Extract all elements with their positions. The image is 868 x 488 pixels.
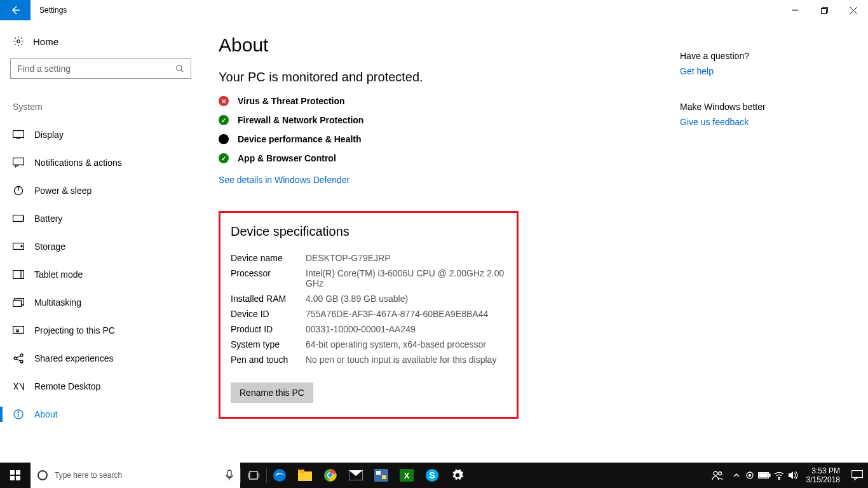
share-icon bbox=[13, 353, 24, 364]
sidebar-item-tablet[interactable]: Tablet mode bbox=[10, 261, 187, 288]
sidebar-item-shared[interactable]: Shared experiences bbox=[10, 344, 187, 372]
taskbar-edge[interactable] bbox=[267, 463, 292, 488]
nav-label: Projecting to this PC bbox=[34, 325, 115, 336]
mic-icon bbox=[225, 470, 234, 481]
svg-rect-39 bbox=[298, 470, 304, 473]
taskbar-excel[interactable]: X bbox=[394, 463, 419, 488]
tray-battery[interactable] bbox=[757, 463, 772, 488]
nav-label: Power & sleep bbox=[34, 186, 92, 196]
search-input[interactable]: Find a setting bbox=[10, 58, 191, 79]
minimize-button[interactable] bbox=[780, 0, 810, 20]
sidebar-item-multitasking[interactable]: Multitasking bbox=[10, 288, 187, 316]
sidebar-item-about[interactable]: About bbox=[10, 400, 187, 428]
home-label: Home bbox=[33, 36, 58, 47]
protection-label: Virus & Threat Protection bbox=[238, 96, 345, 106]
tray-people[interactable] bbox=[705, 463, 730, 488]
chat-icon bbox=[13, 157, 24, 168]
close-button[interactable] bbox=[839, 0, 868, 20]
cortana-icon bbox=[37, 470, 48, 481]
taskbar-chrome[interactable] bbox=[318, 463, 343, 488]
svg-rect-28 bbox=[10, 470, 15, 475]
excel-icon: X bbox=[400, 469, 414, 482]
edge-icon bbox=[273, 468, 287, 482]
spec-ram: Installed RAM4.00 GB (3.89 GB usable) bbox=[231, 294, 506, 304]
tray-volume[interactable] bbox=[786, 463, 800, 488]
rename-pc-button[interactable]: Rename this PC bbox=[231, 383, 313, 403]
window-controls bbox=[780, 0, 868, 20]
windows-icon bbox=[10, 470, 20, 480]
gear-icon bbox=[451, 469, 464, 482]
svg-point-21 bbox=[20, 354, 23, 356]
nav-label: Shared experiences bbox=[34, 353, 114, 363]
svg-point-32 bbox=[38, 471, 47, 480]
taskbar-settings[interactable] bbox=[445, 463, 470, 488]
svg-rect-30 bbox=[10, 476, 15, 480]
taskbar-skype[interactable]: S bbox=[419, 463, 445, 488]
info-icon bbox=[13, 409, 24, 420]
nav-label: Notifications & actions bbox=[34, 158, 122, 168]
svg-point-4 bbox=[17, 40, 20, 43]
svg-rect-56 bbox=[759, 473, 768, 477]
start-button[interactable] bbox=[0, 463, 31, 488]
sidebar-item-projecting[interactable]: Projecting to this PC bbox=[10, 316, 187, 344]
selection-indicator bbox=[0, 407, 3, 422]
sidebar-item-power[interactable]: Power & sleep bbox=[10, 177, 187, 205]
sidebar-item-storage[interactable]: Storage bbox=[10, 233, 187, 261]
svg-rect-29 bbox=[16, 470, 20, 475]
svg-rect-46 bbox=[382, 475, 386, 479]
svg-point-15 bbox=[21, 246, 22, 247]
tray-wifi[interactable] bbox=[772, 463, 786, 488]
sidebar-item-display[interactable]: Display bbox=[10, 121, 187, 149]
defender-link[interactable]: See details in Windows Defender bbox=[219, 175, 349, 185]
get-help-link[interactable]: Get help bbox=[680, 66, 807, 76]
svg-line-6 bbox=[181, 70, 184, 72]
svg-rect-33 bbox=[227, 470, 231, 477]
location-icon bbox=[745, 471, 754, 480]
svg-rect-12 bbox=[13, 215, 24, 222]
taskbar: Type here to search X S 3:53 PM 3/15/201… bbox=[0, 463, 868, 488]
taskbar-clock[interactable]: 3:53 PM 3/15/2018 bbox=[800, 466, 846, 484]
svg-rect-7 bbox=[13, 131, 24, 138]
tray-chevron[interactable] bbox=[730, 463, 743, 488]
taskbar-app1[interactable] bbox=[369, 463, 394, 488]
svg-text:X: X bbox=[404, 471, 410, 480]
error-icon: ✕ bbox=[219, 96, 229, 106]
spec-system-type: System type64-bit operating system, x64-… bbox=[231, 339, 506, 349]
sidebar-item-notifications[interactable]: Notifications & actions bbox=[10, 149, 187, 177]
spec-device-id: Device ID755A76DE-AF3F-467A-8774-60BEA9E… bbox=[231, 309, 506, 319]
svg-rect-34 bbox=[250, 471, 257, 479]
sidebar-item-battery[interactable]: Battery bbox=[10, 205, 187, 233]
feedback-link[interactable]: Give us feedback bbox=[680, 117, 807, 127]
taskbar-search[interactable]: Type here to search bbox=[31, 463, 240, 488]
device-specifications-box: Device specifications Device nameDESKTOP… bbox=[219, 211, 519, 419]
protection-label: Firewall & Network Protection bbox=[238, 115, 363, 125]
tray-location[interactable] bbox=[743, 463, 757, 488]
sidebar-category: System bbox=[13, 102, 187, 112]
action-center-button[interactable] bbox=[846, 463, 868, 488]
svg-point-20 bbox=[14, 357, 17, 360]
task-view-button[interactable] bbox=[241, 463, 266, 488]
home-button[interactable]: Home bbox=[13, 36, 187, 47]
sidebar-item-remote[interactable]: Remote Desktop bbox=[10, 372, 187, 400]
gear-icon bbox=[13, 36, 24, 47]
nav-label: Multitasking bbox=[34, 297, 81, 308]
check-icon: ✓ bbox=[219, 115, 229, 125]
power-icon bbox=[13, 185, 24, 196]
nav-label: Battery bbox=[34, 214, 62, 224]
nav-label: Storage bbox=[34, 241, 65, 252]
nav-label: About bbox=[34, 409, 58, 419]
protection-app: ✓App & Browser Control bbox=[219, 153, 868, 163]
better-heading: Make Windows better bbox=[680, 102, 807, 112]
aside-panel: Have a question? Get help Make Windows b… bbox=[680, 51, 807, 152]
svg-point-22 bbox=[20, 360, 23, 363]
back-button[interactable] bbox=[0, 0, 31, 20]
maximize-button[interactable] bbox=[810, 0, 839, 20]
spec-pen: Pen and touchNo pen or touch input is av… bbox=[231, 355, 506, 365]
sidebar: Home Find a setting System Display Notif… bbox=[0, 20, 197, 463]
svg-line-24 bbox=[17, 359, 20, 361]
svg-line-23 bbox=[17, 356, 20, 358]
taskbar-explorer[interactable] bbox=[292, 463, 318, 488]
svg-rect-16 bbox=[13, 271, 24, 279]
taskbar-mail[interactable] bbox=[343, 463, 369, 488]
window-title: Settings bbox=[39, 6, 67, 15]
